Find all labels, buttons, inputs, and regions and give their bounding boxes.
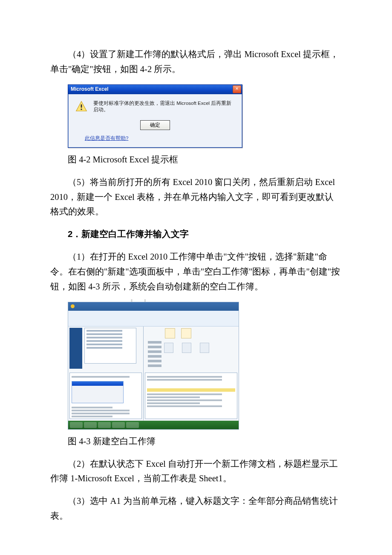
highlight-bar <box>147 388 235 392</box>
left-doc-preview <box>69 373 142 419</box>
right-doc-preview <box>145 373 237 419</box>
figure-4-3 <box>50 302 342 430</box>
paragraph-step-5: （5）将当前所打开的所有 Excel 2010 窗口关闭，然后重新启动 Exce… <box>50 175 342 220</box>
dialog-button-row: 确定 <box>69 116 242 135</box>
ribbon-bar <box>68 311 239 327</box>
warning-icon <box>75 101 87 113</box>
dialog-titlebar: Microsoft Excel × <box>68 85 242 94</box>
right-window <box>144 327 239 420</box>
heading-section-2: 2．新建空白工作簿并输入文字 <box>50 227 342 242</box>
template-thumbnails <box>164 343 209 353</box>
taskbar <box>68 421 239 429</box>
figure-4-2: Microsoft Excel × 要使对标准字体的更改生效，需退出 Micro… <box>50 84 342 148</box>
template-thumb <box>164 343 173 353</box>
message-dialog: Microsoft Excel × 要使对标准字体的更改生效，需退出 Micro… <box>68 84 242 148</box>
taskbar-button <box>126 422 139 428</box>
left-window <box>68 327 144 420</box>
folder-icon <box>181 328 191 338</box>
taskbar-button <box>84 422 97 428</box>
dialog-title: Microsoft Excel <box>71 85 109 93</box>
paragraph-step-2b: （2）在默认状态下 Excel 自动打开一个新工作簿文档，标题栏显示工作簿 1-… <box>50 457 342 486</box>
ok-button[interactable]: 确定 <box>140 120 170 130</box>
svg-rect-1 <box>81 104 82 107</box>
help-link[interactable]: 此信息是否有帮助? <box>85 136 128 141</box>
split-content <box>68 327 239 420</box>
file-menu-sidebar <box>69 328 82 369</box>
svg-point-2 <box>81 108 82 110</box>
figure-4-3-caption: 图 4-3 新建空白工作簿 <box>50 434 342 449</box>
paragraph-step-4: （4）设置了新建工作簿的默认格式后，弹出 Microsoft Excel 提示框… <box>50 47 342 77</box>
app-icon <box>71 304 75 308</box>
taskbar-button <box>70 422 83 428</box>
paragraph-step-1: （1）在打开的 Excel 2010 工作簿中单击"文件"按钮，选择"新建"命令… <box>50 249 342 294</box>
template-thumb <box>200 343 209 353</box>
template-thumb <box>182 343 191 353</box>
dialog-message-text: 要使对标准字体的更改生效，需退出 Microsoft Excel 后再重新启动。 <box>93 100 235 113</box>
template-list-pane <box>84 328 136 364</box>
window-titlebar <box>68 302 239 311</box>
dialog-message-row: 要使对标准字体的更改生效，需退出 Microsoft Excel 后再重新启动。 <box>69 94 242 116</box>
document-page: （4）设置了新建工作簿的默认格式后，弹出 Microsoft Excel 提示框… <box>0 0 392 552</box>
screenshot-new-workbook <box>68 302 239 430</box>
dialog-body: 要使对标准字体的更改生效，需退出 Microsoft Excel 后再重新启动。… <box>68 94 242 147</box>
taskbar-button <box>112 422 125 428</box>
template-icons-row <box>165 328 191 338</box>
dialog-help-row: 此信息是否有帮助? <box>69 134 242 147</box>
taskbar-button <box>98 422 111 428</box>
close-icon[interactable]: × <box>233 85 241 93</box>
folder-icon <box>165 328 175 338</box>
category-list <box>148 341 161 367</box>
figure-4-2-caption: 图 4-2 Microsoft Excel 提示框 <box>50 152 342 167</box>
mini-dialog-mock <box>72 381 124 403</box>
paragraph-step-3b: （3）选中 A1 为当前单元格，键入标题文字：全年部分商品销售统计表。 <box>50 494 342 523</box>
